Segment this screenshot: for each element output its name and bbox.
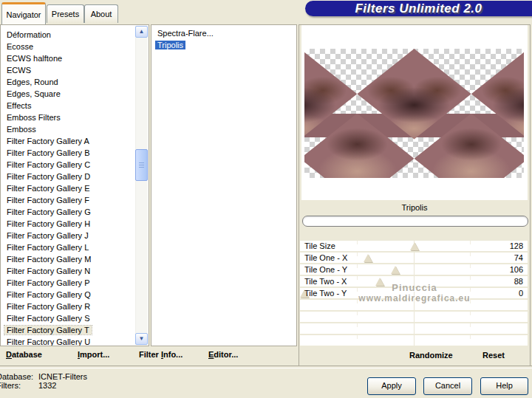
action-filter-info-button[interactable]: Filter Info... — [139, 350, 183, 359]
list-item-label: Edges, Square — [4, 89, 63, 98]
empty-slider-row — [300, 335, 528, 346]
list-item-label: Déformation — [4, 30, 53, 39]
list-item-label: Filter Factory Gallery H — [4, 219, 92, 228]
status-database-label: Database: — [0, 372, 38, 381]
parameter-value: 88 — [514, 276, 523, 287]
list-item[interactable]: Déformation — [1, 29, 149, 41]
list-item[interactable]: Filter Factory Gallery C — [1, 159, 149, 171]
slider-thumb-icon[interactable] — [364, 254, 372, 262]
list-item[interactable]: Filter Factory Gallery Q — [1, 289, 149, 301]
list-item[interactable]: Ecosse — [1, 41, 149, 52]
scroll-down-button[interactable]: ▼ — [135, 333, 148, 345]
list-item-label: Filter Factory Gallery E — [4, 184, 92, 193]
list-item-label: Tripolis — [155, 41, 185, 49]
app-title: Filters Unlimited 2.0 — [355, 1, 482, 16]
list-item[interactable]: Filter Factory Gallery B — [1, 147, 149, 159]
parameter-label: Tile Two - X — [304, 276, 347, 287]
list-item[interactable]: Filter Factory Gallery G — [1, 206, 149, 218]
filter-list: Spectra-Flare...Tripolis — [151, 24, 297, 346]
preview-panel: Tripolis Tile Size128Tile One - X74Tile … — [299, 24, 531, 366]
empty-slider-row — [300, 323, 528, 334]
list-item[interactable]: Filter Factory Gallery N — [1, 265, 149, 277]
list-item[interactable]: Filter Factory Gallery L — [1, 241, 149, 253]
list-item-label: Filter Factory Gallery U — [4, 337, 92, 346]
list-item[interactable]: Filter Factory Gallery P — [1, 277, 149, 289]
tab-presets[interactable]: Presets — [47, 4, 84, 23]
parameter-value: 128 — [510, 241, 523, 251]
list-item[interactable]: Emboss — [1, 123, 149, 135]
list-item[interactable]: Filter Factory Gallery T — [1, 324, 149, 336]
list-item[interactable]: Filter Factory Gallery E — [1, 182, 149, 194]
list-item-label: Edges, Round — [4, 78, 61, 86]
list-item[interactable]: Tripolis — [151, 39, 296, 51]
parameter-value: 106 — [510, 264, 523, 275]
list-item-label: Filter Factory Gallery Q — [4, 290, 93, 299]
list-item-label: Spectra-Flare... — [155, 29, 216, 38]
tab-navigator[interactable]: Navigator — [1, 2, 46, 24]
list-item-label: Filter Factory Gallery S — [4, 314, 92, 323]
list-item-label: Filter Factory Gallery L — [4, 243, 91, 252]
tab-about[interactable]: About — [84, 4, 118, 23]
parameter-slider-row[interactable]: Tile One - Y106 — [300, 264, 528, 275]
scroll-thumb[interactable] — [135, 149, 148, 181]
list-item[interactable]: Filter Factory Gallery M — [1, 253, 149, 265]
list-item[interactable]: Filter Factory Gallery F — [1, 194, 149, 206]
preview-image[interactable] — [304, 49, 524, 178]
list-item-label: Filter Factory Gallery M — [4, 255, 93, 264]
filter-name-caption: Tripolis — [299, 202, 530, 213]
cancel-button[interactable]: Cancel — [423, 377, 472, 395]
action-editor-button[interactable]: Editor... — [208, 350, 238, 359]
randomize-button[interactable]: Randomize — [409, 351, 453, 360]
randomize-row: Randomize Reset — [299, 348, 530, 365]
action-database-button[interactable]: Database — [6, 350, 42, 359]
list-item-label: Filter Factory Gallery P — [4, 278, 92, 287]
parameter-slider-row[interactable]: Tile Two - X88 — [300, 276, 528, 287]
list-item-label: Emboss — [4, 125, 38, 134]
parameter-value: 74 — [514, 253, 523, 263]
parameter-sliders: Tile Size128Tile One - X74Tile One - Y10… — [300, 241, 528, 347]
parameter-slider-row[interactable]: Tile Two - Y0 — [300, 288, 528, 298]
scroll-up-button[interactable]: ▲ — [135, 26, 148, 38]
help-button[interactable]: Help — [480, 377, 528, 395]
category-list: DéformationEcosseECWS halftoneECWSEdges,… — [0, 24, 149, 346]
parameter-slider-row[interactable]: Tile Size128 — [300, 241, 528, 251]
list-item[interactable]: Spectra-Flare... — [151, 27, 296, 39]
list-item-label: Filter Factory Gallery R — [4, 302, 92, 311]
empty-slider-row — [300, 300, 528, 310]
slider-thumb-icon[interactable] — [375, 278, 384, 286]
slider-thumb-icon[interactable] — [410, 242, 419, 250]
list-item-label: Filter Factory Gallery J — [4, 231, 91, 240]
list-item[interactable]: ECWS halftone — [1, 52, 149, 64]
list-item[interactable]: Filter Factory Gallery D — [1, 171, 149, 182]
list-item[interactable]: Filter Factory Gallery H — [1, 218, 149, 230]
list-item[interactable]: Filter Factory Gallery S — [1, 312, 149, 324]
list-item[interactable]: Filter Factory Gallery R — [1, 301, 149, 312]
reset-button[interactable]: Reset — [482, 351, 505, 360]
slider-thumb-icon[interactable] — [391, 266, 400, 274]
category-scrollbar[interactable]: ▲ ▼ — [135, 26, 148, 345]
list-item-label: Emboss Filters — [4, 113, 63, 122]
list-item-label: ECWS halftone — [4, 54, 64, 63]
list-item[interactable]: Emboss Filters — [1, 111, 149, 123]
parameter-slider-row[interactable]: Tile One - X74 — [300, 253, 528, 263]
list-item[interactable]: Edges, Round — [1, 76, 149, 88]
list-item[interactable]: Filter Factory Gallery J — [1, 230, 149, 241]
status-bar: Database: ICNET-Filters Filters: 1332 — [0, 372, 87, 390]
list-item-label: Ecosse — [4, 42, 35, 51]
list-item[interactable]: Filter Factory Gallery A — [1, 135, 149, 147]
action-import-button[interactable]: Import... — [78, 350, 109, 359]
list-item-label: Filter Factory Gallery N — [4, 267, 92, 275]
parameter-label: Tile One - X — [304, 253, 347, 263]
parameter-label: Tile One - Y — [304, 264, 347, 275]
app-title-banner: Filters Unlimited 2.0 — [305, 1, 532, 16]
list-item[interactable]: Effects — [1, 100, 149, 111]
status-database-value: ICNET-Filters — [38, 372, 87, 381]
apply-button[interactable]: Apply — [367, 377, 416, 395]
filters-unlimited-dialog: Navigator Presets About Filters Unlimite… — [0, 0, 532, 398]
list-item[interactable]: Filter Factory Gallery U — [1, 336, 149, 346]
status-filters-label: Filters: — [0, 381, 38, 390]
category-list-items: DéformationEcosseECWS halftoneECWSEdges,… — [1, 25, 149, 346]
list-item-label: Filter Factory Gallery C — [4, 160, 92, 169]
list-item[interactable]: Edges, Square — [1, 88, 149, 100]
list-item[interactable]: ECWS — [1, 64, 149, 76]
